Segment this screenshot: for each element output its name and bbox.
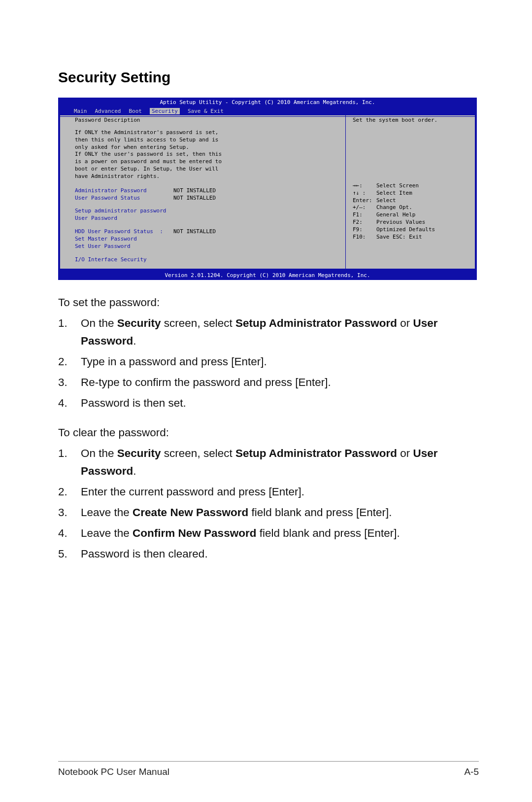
list-item: 4. Leave the Confirm New Password field … [58, 524, 479, 542]
bios-menu-advanced[interactable]: Advanced [95, 108, 121, 114]
bios-menu-save-exit[interactable]: Save & Exit [188, 108, 224, 114]
clear-password-steps: 1. On the Security screen, select Setup … [58, 445, 479, 563]
list-item: 1. On the Security screen, select Setup … [58, 314, 479, 350]
bios-help-text: Set the system boot order. [353, 117, 469, 124]
instructions-set-password: To set the password: 1. On the Security … [58, 294, 479, 563]
bios-key-help: →←:Select Screen ↑↓ :Select Item Enter:S… [353, 182, 469, 241]
bios-section-header: Password Description [75, 117, 335, 124]
bios-menu-security[interactable]: Security [150, 108, 180, 114]
bios-field-hdd-user-password-status[interactable]: HDD User Password Status :NOT INSTALLED [75, 228, 335, 236]
page: Security Setting Aptio Setup Utility - C… [0, 0, 532, 802]
bios-field-set-user-password[interactable]: Set User Password [75, 243, 335, 250]
bios-screenshot: Aptio Setup Utility - Copyright (C) 2010… [58, 98, 477, 280]
bios-desc-line: is a power on password and must be enter… [75, 158, 335, 166]
list-item: 1. On the Security screen, select Setup … [58, 445, 479, 480]
bios-menu-bar: Main Advanced Boot Security Save & Exit [58, 107, 477, 115]
bios-field-set-master-password[interactable]: Set Master Password [75, 236, 335, 243]
bios-desc-line: If ONLY the user's password is set, then… [75, 151, 335, 158]
bios-field-user-password[interactable]: User Password [75, 215, 335, 222]
bios-left-pane: Password Description If ONLY the Adminis… [60, 115, 346, 269]
clear-password-intro: To clear the password: [58, 424, 479, 442]
list-item: 3.Re-type to confirm the password and pr… [58, 374, 479, 391]
list-item: 5.Password is then cleared. [58, 545, 479, 563]
footer-left: Notebook PC User Manual [58, 767, 169, 777]
bios-desc-line: then this only limits access to Setup an… [75, 137, 335, 144]
list-item: 4.Password is then set. [58, 394, 479, 412]
bios-field-setup-admin-password[interactable]: Setup administrator password [75, 208, 335, 215]
bios-right-pane: Set the system boot order. →←:Select Scr… [346, 115, 475, 269]
footer-rule [58, 761, 479, 762]
bios-desc-line: boot or enter Setup. In Setup, the User … [75, 166, 335, 173]
bios-desc-line: only asked for when entering Setup. [75, 144, 335, 151]
bios-field-io-interface-security[interactable]: I/O Interface Security [75, 256, 335, 264]
footer-right: A-5 [464, 767, 479, 777]
bios-body: Password Description If ONLY the Adminis… [58, 115, 477, 271]
list-item: 2.Type in a password and press [Enter]. [58, 353, 479, 371]
bios-field-admin-password[interactable]: Administrator PasswordNOT INSTALLED [75, 187, 335, 195]
bios-menu-boot[interactable]: Boot [129, 108, 142, 114]
bios-desc-line: If ONLY the Administrator's password is … [75, 129, 335, 137]
bios-footer: Version 2.01.1204. Copyright (C) 2010 Am… [58, 271, 477, 280]
bios-menu-main[interactable]: Main [74, 108, 87, 114]
set-password-intro: To set the password: [58, 294, 479, 312]
bios-title-bar: Aptio Setup Utility - Copyright (C) 2010… [58, 98, 477, 107]
set-password-steps: 1. On the Security screen, select Setup … [58, 314, 479, 412]
list-item: 3. Leave the Create New Password field b… [58, 504, 479, 522]
list-item: 2.Enter the current password and press [… [58, 483, 479, 501]
bios-desc-line: have Administrator rights. [75, 173, 335, 180]
page-heading: Security Setting [58, 69, 479, 86]
page-footer: Notebook PC User Manual A-5 [58, 767, 479, 777]
bios-field-user-password-status[interactable]: User Password StatusNOT INSTALLED [75, 195, 335, 202]
